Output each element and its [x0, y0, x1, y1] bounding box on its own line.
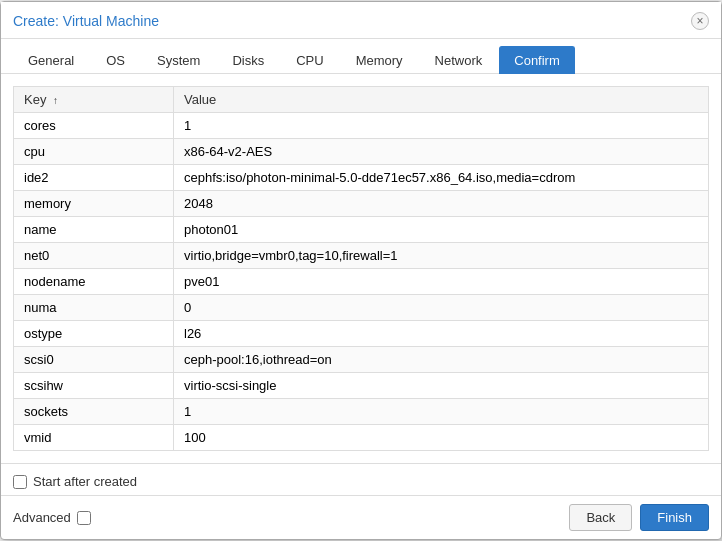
row-value: 100	[174, 425, 709, 451]
table-row: scsihwvirtio-scsi-single	[14, 373, 709, 399]
row-key: memory	[14, 191, 174, 217]
table-row: vmid100	[14, 425, 709, 451]
table-row: numa0	[14, 295, 709, 321]
row-key: cpu	[14, 139, 174, 165]
row-value: 1	[174, 399, 709, 425]
tab-confirm[interactable]: Confirm	[499, 46, 575, 74]
row-key: ide2	[14, 165, 174, 191]
tab-cpu[interactable]: CPU	[281, 46, 338, 74]
row-key: name	[14, 217, 174, 243]
row-key: scsi0	[14, 347, 174, 373]
table-row: scsi0ceph-pool:16,iothread=on	[14, 347, 709, 373]
table-row: memory2048	[14, 191, 709, 217]
row-key: net0	[14, 243, 174, 269]
close-button[interactable]: ×	[691, 12, 709, 30]
create-vm-dialog: Create: Virtual Machine × GeneralOSSyste…	[0, 1, 722, 540]
config-table: Key ↑ Value cores1cpux86-64-v2-AESide2ce…	[13, 86, 709, 451]
row-key: ostype	[14, 321, 174, 347]
row-value: 1	[174, 113, 709, 139]
row-value: l26	[174, 321, 709, 347]
start-after-created-checkbox[interactable]	[13, 475, 27, 489]
row-value: ceph-pool:16,iothread=on	[174, 347, 709, 373]
row-key: cores	[14, 113, 174, 139]
tab-network[interactable]: Network	[420, 46, 498, 74]
row-value: virtio-scsi-single	[174, 373, 709, 399]
table-row: cores1	[14, 113, 709, 139]
tab-disks[interactable]: Disks	[217, 46, 279, 74]
row-value: photon01	[174, 217, 709, 243]
row-value: x86-64-v2-AES	[174, 139, 709, 165]
tab-os[interactable]: OS	[91, 46, 140, 74]
row-value: 2048	[174, 191, 709, 217]
table-row: nodenamepve01	[14, 269, 709, 295]
table-row: namephoton01	[14, 217, 709, 243]
back-button[interactable]: Back	[569, 504, 632, 531]
col-value-header: Value	[174, 87, 709, 113]
dialog-footer: Advanced Back Finish	[1, 495, 721, 539]
table-row: ostypel26	[14, 321, 709, 347]
row-value: pve01	[174, 269, 709, 295]
table-row: cpux86-64-v2-AES	[14, 139, 709, 165]
dialog-title: Create: Virtual Machine	[13, 13, 159, 29]
row-key: sockets	[14, 399, 174, 425]
advanced-label: Advanced	[13, 510, 71, 525]
row-value: cephfs:iso/photon-minimal-5.0-dde71ec57.…	[174, 165, 709, 191]
table-row: sockets1	[14, 399, 709, 425]
row-key: scsihw	[14, 373, 174, 399]
row-key: numa	[14, 295, 174, 321]
tab-system[interactable]: System	[142, 46, 215, 74]
row-key: vmid	[14, 425, 174, 451]
dialog-body: Key ↑ Value cores1cpux86-64-v2-AESide2ce…	[1, 74, 721, 463]
advanced-section: Advanced	[13, 510, 91, 525]
row-key: nodename	[14, 269, 174, 295]
tab-memory[interactable]: Memory	[341, 46, 418, 74]
dialog-titlebar: Create: Virtual Machine ×	[1, 2, 721, 39]
finish-button[interactable]: Finish	[640, 504, 709, 531]
footer-options: Start after created	[1, 463, 721, 495]
advanced-checkbox[interactable]	[77, 511, 91, 525]
start-after-created-label[interactable]: Start after created	[13, 474, 137, 489]
table-row: net0virtio,bridge=vmbr0,tag=10,firewall=…	[14, 243, 709, 269]
row-value: virtio,bridge=vmbr0,tag=10,firewall=1	[174, 243, 709, 269]
sort-arrow-icon: ↑	[53, 95, 58, 106]
col-key-header[interactable]: Key ↑	[14, 87, 174, 113]
tab-general[interactable]: General	[13, 46, 89, 74]
table-row: ide2cephfs:iso/photon-minimal-5.0-dde71e…	[14, 165, 709, 191]
tab-bar: GeneralOSSystemDisksCPUMemoryNetworkConf…	[1, 39, 721, 74]
row-value: 0	[174, 295, 709, 321]
